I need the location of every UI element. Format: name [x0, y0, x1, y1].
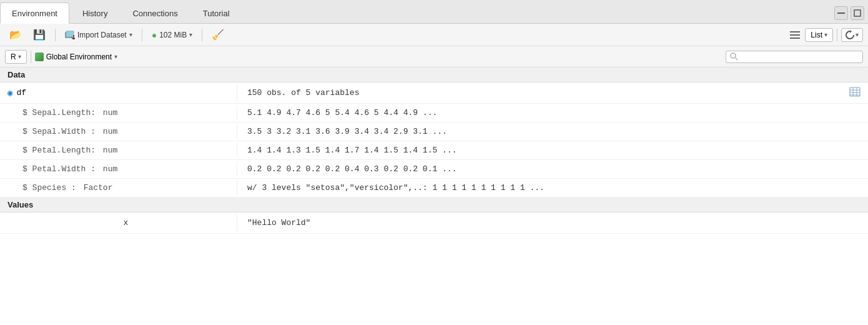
search-icon: [730, 52, 738, 61]
sepal-length-value: 5.1 4.9 4.7 4.6 5 5.4 4.6 5 4.4 4.9 ...: [237, 106, 868, 120]
global-environment-dropdown[interactable]: Global Environment ▾: [35, 52, 117, 61]
tab-tutorial[interactable]: Tutorial: [191, 2, 242, 23]
svg-rect-3: [66, 31, 74, 37]
env-separator: [31, 51, 31, 63]
separator-4: [837, 29, 837, 41]
refresh-button[interactable]: ▾: [841, 28, 863, 42]
separator-3: [202, 29, 202, 41]
global-env-dropdown-icon: ▾: [114, 53, 117, 60]
save-button[interactable]: 💾: [29, 26, 50, 43]
df-row[interactable]: ◉ df 150 obs. of 5 variables: [0, 82, 868, 104]
sepal-width-name: $ Sepal.Width : num: [0, 124, 237, 139]
petal-width-row: $ Petal.Width : num 0.2 0.2 0.2 0.2 0.2 …: [0, 160, 868, 179]
x-row-value: "Hello World": [237, 214, 868, 231]
memory-label: 102 MiB: [159, 31, 187, 39]
memory-button[interactable]: ● 102 MiB ▾: [147, 28, 197, 42]
species-value: w/ 3 levels "setosa","versicolor",..: 1 …: [237, 181, 868, 195]
global-env-icon: [35, 52, 44, 61]
import-label: Import Dataset: [77, 31, 127, 39]
save-icon: 💾: [33, 29, 46, 41]
content-area: Data ◉ df 150 obs. of 5 variables $ Sepa…: [0, 68, 868, 325]
minimize-button[interactable]: [834, 6, 848, 20]
r-dropdown[interactable]: R ▾: [5, 50, 27, 64]
svg-line-9: [736, 58, 738, 61]
svg-point-8: [731, 53, 736, 58]
species-name: $ Species : Factor: [0, 181, 237, 195]
spreadsheet-icon: [849, 87, 861, 97]
search-input[interactable]: [741, 52, 859, 61]
separator-1: [55, 29, 56, 41]
open-button[interactable]: 📂: [5, 26, 26, 43]
import-icon: [65, 31, 75, 39]
sepal-length-name: $ Sepal.Length: num: [0, 106, 237, 120]
list-dropdown-icon: ▾: [824, 31, 827, 38]
sepal-width-row: $ Sepal.Width : num 3.5 3 3.2 3.1 3.6 3.…: [0, 122, 868, 141]
svg-rect-1: [854, 10, 861, 16]
maximize-button[interactable]: [851, 6, 864, 20]
petal-width-name: $ Petal.Width : num: [0, 162, 237, 176]
clear-button[interactable]: 🧹: [207, 26, 229, 43]
list-label: List: [811, 31, 822, 39]
df-value: 150 obs. of 5 variables: [237, 84, 849, 101]
r-label: R: [11, 52, 16, 61]
tab-bar: Environment History Connections Tutorial: [0, 0, 868, 24]
env-bar: R ▾ Global Environment ▾: [0, 46, 868, 68]
svg-rect-0: [837, 12, 845, 14]
x-row-name: x: [0, 214, 237, 231]
global-env-label: Global Environment: [46, 52, 112, 61]
species-row: $ Species : Factor w/ 3 levels "setosa",…: [0, 179, 868, 198]
sepal-width-value: 3.5 3 3.2 3.1 3.6 3.9 3.4 3.4 2.9 3.1 ..…: [237, 124, 868, 139]
df-name: df: [16, 88, 26, 98]
import-dropdown-icon: ▾: [129, 31, 132, 38]
sepal-length-row: $ Sepal.Length: num 5.1 4.9 4.7 4.6 5 5.…: [0, 104, 868, 122]
values-section-header: Values: [0, 198, 868, 212]
hamburger-icon: [789, 30, 801, 40]
separator-2: [142, 29, 142, 41]
toolbar-right: List ▾ ▾: [789, 28, 863, 42]
search-box[interactable]: [726, 51, 863, 63]
df-row-name: ◉ df: [0, 84, 237, 102]
tab-history[interactable]: History: [71, 2, 119, 23]
window-controls: [834, 2, 868, 23]
import-dataset-button[interactable]: Import Dataset ▾: [61, 28, 137, 42]
broom-icon: 🧹: [212, 29, 224, 41]
toolbar: 📂 💾 Import Dataset ▾ ● 102 MiB ▾ 🧹 List …: [0, 24, 868, 46]
df-grid-icon[interactable]: [849, 87, 868, 99]
petal-length-name: $ Petal.Length: num: [0, 143, 237, 158]
data-section-header: Data: [0, 68, 868, 82]
petal-width-value: 0.2 0.2 0.2 0.2 0.2 0.4 0.3 0.2 0.2 0.1 …: [237, 162, 868, 176]
refresh-dropdown-icon: ▾: [856, 31, 859, 38]
refresh-icon: [846, 31, 854, 39]
df-expand-icon[interactable]: ◉: [7, 88, 12, 98]
petal-length-value: 1.4 1.4 1.3 1.5 1.4 1.7 1.4 1.5 1.4 1.5 …: [237, 143, 868, 158]
x-row: x "Hello World": [0, 212, 868, 234]
memory-dropdown-icon: ▾: [189, 31, 192, 38]
memory-icon: ●: [152, 30, 157, 40]
tab-environment[interactable]: Environment: [0, 2, 69, 24]
tab-connections[interactable]: Connections: [121, 2, 189, 23]
open-folder-icon: 📂: [9, 29, 22, 41]
list-button[interactable]: List ▾: [805, 28, 833, 42]
r-dropdown-icon: ▾: [18, 53, 21, 60]
petal-length-row: $ Petal.Length: num 1.4 1.4 1.3 1.5 1.4 …: [0, 141, 868, 160]
